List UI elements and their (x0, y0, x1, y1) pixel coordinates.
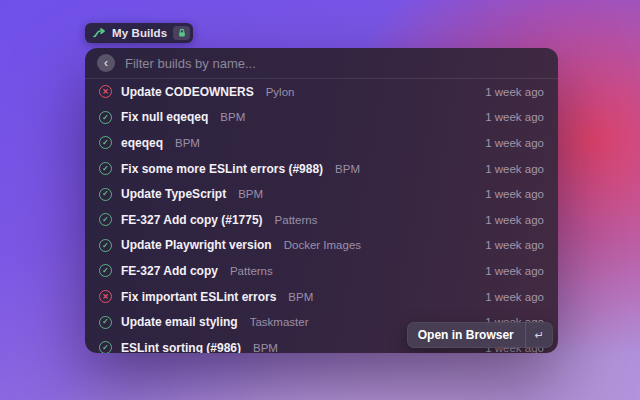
build-passed-icon: ✓ (99, 213, 112, 226)
chip-label: My Builds (112, 27, 167, 39)
build-project: BPM (288, 291, 313, 303)
build-time: 1 week ago (485, 163, 544, 175)
build-project: Patterns (230, 265, 273, 277)
build-passed-icon: ✓ (99, 111, 112, 124)
build-failed-icon: ✕ (99, 290, 112, 303)
build-passed-icon: ✓ (99, 316, 112, 329)
build-passed-icon: ✓ (99, 188, 112, 201)
search-bar: ‹ (85, 48, 558, 79)
build-time: 1 week ago (485, 214, 544, 226)
build-row[interactable]: ✓ Fix null eqeqeq BPM 1 week ago (85, 105, 558, 131)
build-row[interactable]: ✓ FE-327 Add copy (#1775) Patterns 1 wee… (85, 207, 558, 233)
lock-badge (173, 26, 190, 40)
build-passed-icon: ✓ (99, 162, 112, 175)
build-project: Docker Images (284, 239, 361, 251)
build-project: BPM (335, 163, 360, 175)
open-in-browser-label: Open in Browser (407, 322, 525, 348)
build-project: BPM (220, 111, 245, 123)
build-title: ESLint sorting (#986) (121, 341, 241, 353)
build-row[interactable]: ✕ Update CODEOWNERS Pylon 1 week ago (85, 79, 558, 105)
build-time: 1 week ago (485, 265, 544, 277)
desktop-background: My Builds ‹ ✕ Update CODEOWNERS Pylon 1 … (0, 0, 640, 400)
build-title: Fix some more ESLint errors (#988) (121, 162, 323, 176)
pipeline-icon (93, 28, 106, 39)
build-project: BPM (238, 188, 263, 200)
build-title: Fix null eqeqeq (121, 110, 208, 124)
build-row[interactable]: ✓ eqeqeq BPM 1 week ago (85, 130, 558, 156)
build-title: Update TypeScript (121, 187, 226, 201)
build-project: Pylon (266, 86, 295, 98)
build-row[interactable]: ✓ Update TypeScript BPM 1 week ago (85, 181, 558, 207)
build-failed-icon: ✕ (99, 85, 112, 98)
build-title: eqeqeq (121, 136, 163, 150)
build-project: BPM (175, 137, 200, 149)
build-passed-icon: ✓ (99, 136, 112, 149)
build-project: Patterns (275, 214, 318, 226)
build-time: 1 week ago (485, 291, 544, 303)
build-time: 1 week ago (485, 188, 544, 200)
build-title: Fix important ESLint errors (121, 290, 276, 304)
chevron-left-icon: ‹ (104, 57, 108, 69)
build-project: Taskmaster (250, 316, 309, 328)
search-input[interactable] (125, 56, 546, 71)
build-time: 1 week ago (485, 86, 544, 98)
back-button[interactable]: ‹ (97, 54, 115, 72)
my-builds-window: ‹ ✕ Update CODEOWNERS Pylon 1 week ago ✓… (85, 48, 558, 353)
build-row[interactable]: ✓ Update Playwright version Docker Image… (85, 233, 558, 259)
build-title: Update Playwright version (121, 238, 272, 252)
my-builds-menubar-chip[interactable]: My Builds (85, 23, 193, 43)
build-time: 1 week ago (485, 239, 544, 251)
build-project: BPM (253, 342, 278, 353)
open-in-browser-button[interactable]: Open in Browser ↵ (407, 322, 553, 348)
build-time: 1 week ago (485, 111, 544, 123)
lock-icon (177, 28, 187, 38)
build-title: FE-327 Add copy (#1775) (121, 213, 263, 227)
build-passed-icon: ✓ (99, 264, 112, 277)
build-title: FE-327 Add copy (121, 264, 218, 278)
build-passed-icon: ✓ (99, 239, 112, 252)
build-row[interactable]: ✓ Fix some more ESLint errors (#988) BPM… (85, 156, 558, 182)
build-row[interactable]: ✓ FE-327 Add copy Patterns 1 week ago (85, 258, 558, 284)
build-title: Update email styling (121, 315, 238, 329)
builds-list: ✕ Update CODEOWNERS Pylon 1 week ago ✓ F… (85, 79, 558, 353)
build-title: Update CODEOWNERS (121, 85, 254, 99)
build-passed-icon: ✓ (99, 341, 112, 353)
build-row[interactable]: ✕ Fix important ESLint errors BPM 1 week… (85, 284, 558, 310)
build-time: 1 week ago (485, 137, 544, 149)
enter-key-icon: ↵ (525, 322, 553, 348)
